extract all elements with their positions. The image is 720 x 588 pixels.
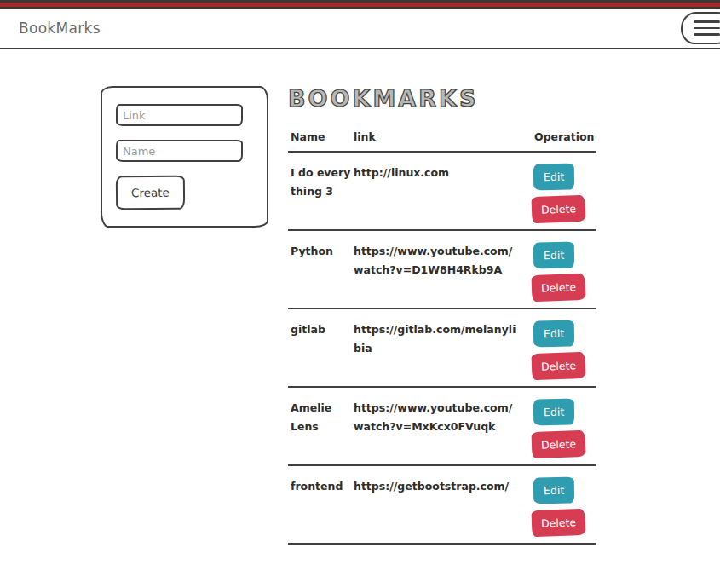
column-header-operation: Operation <box>532 130 596 143</box>
row-operations-cell: Edit Delete <box>532 242 596 301</box>
delete-button[interactable]: Delete <box>531 430 585 458</box>
main-content: Create BOOKMARKS Name link Operation I d… <box>0 49 720 545</box>
row-name-cell: I do every thing 3 <box>288 164 351 222</box>
table-row: gitlab https://gitlab.com/melanylibia Ed… <box>288 309 596 388</box>
row-operations-cell: Edit Delete <box>532 477 596 536</box>
row-operations-cell: Edit Delete <box>532 320 596 379</box>
edit-button[interactable]: Edit <box>533 476 575 504</box>
row-name-cell: frontend <box>288 477 351 536</box>
delete-button[interactable]: Delete <box>531 352 585 380</box>
row-link-cell: http://linux.com <box>351 164 532 222</box>
bookmarks-section: BOOKMARKS Name link Operation I do every… <box>288 85 596 545</box>
bookmarks-table-body: I do every thing 3 http://linux.com Edit… <box>288 153 596 545</box>
hamburger-icon <box>694 27 720 30</box>
delete-button[interactable]: Delete <box>531 195 585 223</box>
row-name-cell: gitlab <box>288 320 351 379</box>
name-input[interactable] <box>116 140 243 162</box>
delete-button[interactable]: Delete <box>531 274 585 302</box>
table-row: Amelie Lens https://www.youtube.com/watc… <box>288 388 596 466</box>
table-row: Python https://www.youtube.com/watch?v=D… <box>288 231 596 309</box>
top-accent-stripe <box>0 0 720 9</box>
table-header-row: Name link Operation <box>288 130 596 153</box>
row-name-cell: Amelie Lens <box>288 399 351 458</box>
column-header-link: link <box>351 130 532 143</box>
hamburger-icon <box>694 20 720 23</box>
edit-button[interactable]: Edit <box>533 320 575 347</box>
table-row: frontend https://getbootstrap.com/ Edit … <box>288 466 596 545</box>
hamburger-icon <box>694 33 720 36</box>
row-link-cell: https://getbootstrap.com/ <box>351 477 532 536</box>
create-button[interactable]: Create <box>116 176 185 210</box>
page-title: BOOKMARKS <box>288 85 596 112</box>
delete-button[interactable]: Delete <box>531 509 585 537</box>
row-link-cell: https://www.youtube.com/watch?v=MxKcx0FV… <box>351 399 532 458</box>
brand-title: BookMarks <box>19 20 101 37</box>
edit-button[interactable]: Edit <box>533 163 575 190</box>
row-operations-cell: Edit Delete <box>532 399 596 458</box>
row-link-cell: https://gitlab.com/melanylibia <box>351 320 532 379</box>
edit-button[interactable]: Edit <box>533 241 575 268</box>
link-input[interactable] <box>116 104 243 126</box>
create-bookmark-form: Create <box>101 86 268 228</box>
row-operations-cell: Edit Delete <box>532 164 596 222</box>
row-name-cell: Python <box>288 242 351 301</box>
table-row: I do every thing 3 http://linux.com Edit… <box>288 153 596 231</box>
edit-button[interactable]: Edit <box>533 398 575 425</box>
navbar: BookMarks <box>0 9 720 49</box>
page: BookMarks Create BOOKMARKS Name link Ope… <box>0 0 720 588</box>
column-header-name: Name <box>288 130 351 143</box>
hamburger-menu-button[interactable] <box>681 12 720 44</box>
row-link-cell: https://www.youtube.com/watch?v=D1W8H4Rk… <box>351 242 532 301</box>
